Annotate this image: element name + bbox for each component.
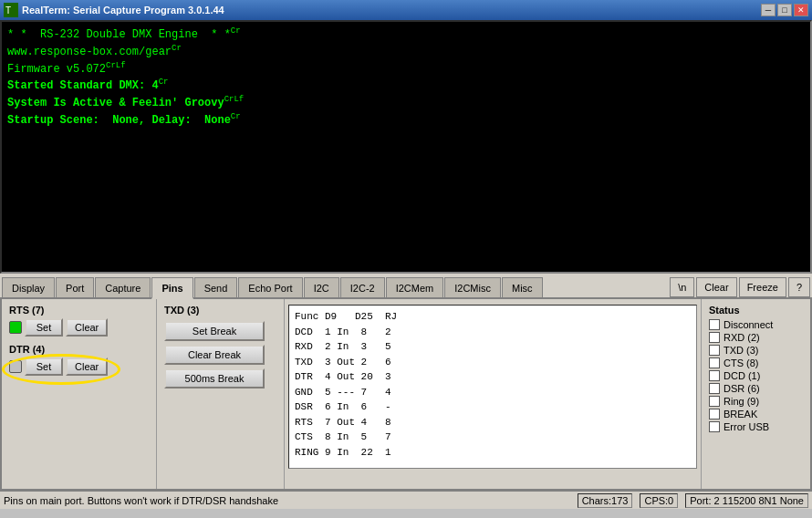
txd-checkbox[interactable] xyxy=(709,345,720,356)
rts-group: RTS (7) Set Clear xyxy=(9,305,149,337)
status-error-usb: Error USB xyxy=(709,421,803,432)
title-bar-left: T RealTerm: Serial Capture Program 3.0.1… xyxy=(4,3,224,17)
rts-led xyxy=(9,321,22,334)
freeze-button[interactable]: Freeze xyxy=(739,277,786,297)
error-usb-label: Error USB xyxy=(724,421,769,432)
tab-pins[interactable]: Pins xyxy=(151,277,193,299)
status-panel: Status Disconnect RXD (2) TXD (3) CTS (8… xyxy=(701,299,810,489)
txd-label: TXD (3) xyxy=(164,305,276,316)
status-txd: TXD (3) xyxy=(709,345,803,356)
set-break-button[interactable]: Set Break xyxy=(164,321,265,341)
tab-echo-port[interactable]: Echo Port xyxy=(238,277,302,297)
pins-panel: RTS (7) Set Clear DTR (4) Set Clear xyxy=(2,299,157,489)
status-dcd: DCD (1) xyxy=(709,370,803,381)
tab-capture[interactable]: Capture xyxy=(95,277,151,297)
tab-right-buttons: \n Clear Freeze ? xyxy=(670,277,810,297)
svg-text:T: T xyxy=(5,5,11,16)
break-checkbox[interactable] xyxy=(709,409,720,420)
rts-controls: Set Clear xyxy=(9,318,149,337)
terminal-line-2: www.response-box.com/gearCr xyxy=(7,43,805,60)
rxd-checkbox[interactable] xyxy=(709,332,720,343)
clear-break-button[interactable]: Clear Break xyxy=(164,345,265,365)
clear-button[interactable]: Clear xyxy=(696,277,736,297)
status-dsr: DSR (6) xyxy=(709,383,803,394)
cts-checkbox[interactable] xyxy=(709,357,720,368)
app-icon: T xyxy=(4,3,18,17)
ring-label: Ring (9) xyxy=(724,396,759,407)
pin-table-panel: Func D9 D25 RJ DCD 1 In 8 2 RXD 2 In 3 5… xyxy=(285,299,701,489)
dtr-controls-wrapper: Set Clear xyxy=(9,357,108,376)
dsr-label: DSR (6) xyxy=(724,383,760,394)
dcd-checkbox[interactable] xyxy=(709,370,720,381)
rxd-label: RXD (2) xyxy=(724,332,760,343)
pin-table: Func D9 D25 RJ DCD 1 In 8 2 RXD 2 In 3 5… xyxy=(288,305,697,469)
help-button[interactable]: ? xyxy=(788,277,810,297)
tab-i2c-2[interactable]: I2C-2 xyxy=(340,277,385,297)
tab-i2cmisc[interactable]: I2CMisc xyxy=(444,277,501,297)
txd-panel: TXD (3) Set Break Clear Break 500ms Brea… xyxy=(157,299,285,489)
dtr-label: DTR (4) xyxy=(9,344,149,355)
tab-port[interactable]: Port xyxy=(56,277,94,297)
port-info: Port: 2 115200 8N1 None xyxy=(685,493,808,508)
break-label: BREAK xyxy=(724,409,757,420)
main-content: RTS (7) Set Clear DTR (4) Set Clear TXD … xyxy=(0,299,812,491)
dsr-checkbox[interactable] xyxy=(709,383,720,394)
tab-i2c[interactable]: I2C xyxy=(304,277,339,297)
title-text: RealTerm: Serial Capture Program 3.0.1.4… xyxy=(22,5,224,16)
dtr-clear-button[interactable]: Clear xyxy=(66,357,108,376)
dtr-set-button[interactable]: Set xyxy=(25,357,63,376)
status-bar-right: Chars:173 CPS:0 Port: 2 115200 8N1 None xyxy=(578,493,808,508)
tab-display[interactable]: Display xyxy=(2,277,55,297)
tab-bar: Display Port Capture Pins Send Echo Port… xyxy=(0,274,812,299)
minimize-button[interactable]: ─ xyxy=(761,4,776,16)
chars-count: Chars:173 xyxy=(578,493,633,508)
tab-i2cmem[interactable]: I2CMem xyxy=(386,277,444,297)
maximize-button[interactable]: □ xyxy=(777,4,792,16)
title-controls: ─ □ ✕ xyxy=(761,4,808,16)
terminal-line-3: Firmware v5.072CrLf xyxy=(7,60,805,78)
cts-label: CTS (8) xyxy=(724,357,759,368)
terminal-line-5: System Is Active & Feelin' GroovyCrLf xyxy=(7,94,805,111)
status-rxd: RXD (2) xyxy=(709,332,803,343)
status-break: BREAK xyxy=(709,409,803,420)
txd-status-label: TXD (3) xyxy=(724,345,759,356)
500ms-break-button[interactable]: 500ms Break xyxy=(164,368,265,388)
status-ring: Ring (9) xyxy=(709,396,803,407)
dcd-label: DCD (1) xyxy=(724,370,760,381)
tab-misc[interactable]: Misc xyxy=(502,277,543,297)
status-cts: CTS (8) xyxy=(709,357,803,368)
disconnect-checkbox[interactable] xyxy=(709,319,720,330)
terminal-line-1: * * RS-232 Double DMX Engine * *Cr xyxy=(7,26,805,43)
error-usb-checkbox[interactable] xyxy=(709,421,720,432)
status-title: Status xyxy=(709,305,803,316)
dtr-group: DTR (4) Set Clear xyxy=(9,344,149,377)
rts-clear-button[interactable]: Clear xyxy=(66,318,108,337)
terminal-line-6: Startup Scene: None, Delay: NoneCr xyxy=(7,111,805,129)
rts-label: RTS (7) xyxy=(9,305,149,316)
terminal-line-4: Started Standard DMX: 4Cr xyxy=(7,77,805,94)
dtr-led xyxy=(9,360,22,373)
cps-count: CPS:0 xyxy=(640,493,678,508)
terminal-output: * * RS-232 Double DMX Engine * *Cr www.r… xyxy=(0,20,812,274)
ring-checkbox[interactable] xyxy=(709,396,720,407)
status-disconnect: Disconnect xyxy=(709,319,803,330)
newline-button[interactable]: \n xyxy=(670,277,694,297)
status-message: Pins on main port. Buttons won't work if… xyxy=(4,495,570,506)
disconnect-label: Disconnect xyxy=(724,319,773,330)
close-button[interactable]: ✕ xyxy=(794,4,808,16)
dtr-controls: Set Clear xyxy=(9,357,108,376)
title-bar: T RealTerm: Serial Capture Program 3.0.1… xyxy=(0,0,812,20)
rts-set-button[interactable]: Set xyxy=(25,318,63,337)
status-bar: Pins on main port. Buttons won't work if… xyxy=(0,491,812,509)
tab-send[interactable]: Send xyxy=(194,277,238,297)
